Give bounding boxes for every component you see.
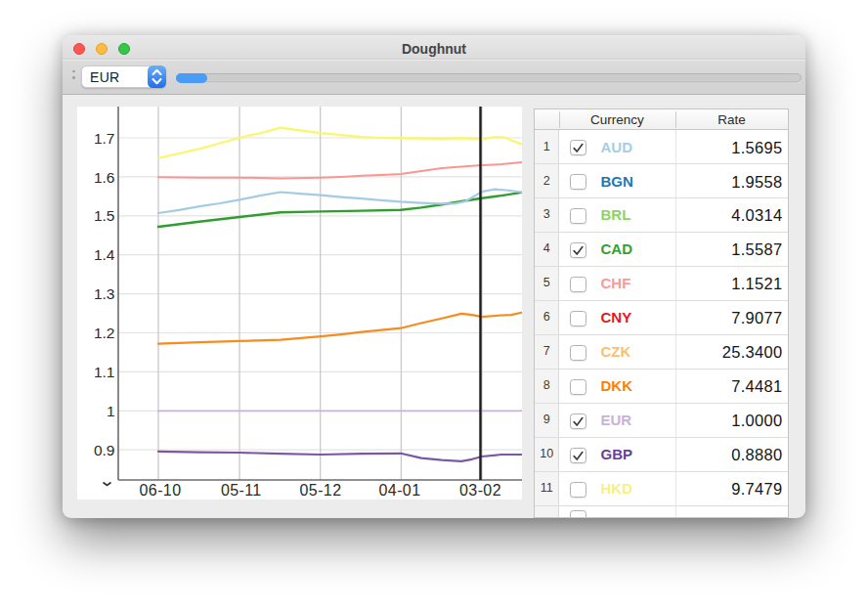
svg-text:05-12: 05-12 — [300, 482, 342, 499]
svg-text:1.4: 1.4 — [94, 246, 115, 263]
svg-text:1: 1 — [107, 403, 115, 419]
svg-text:1.6: 1.6 — [94, 169, 115, 186]
svg-text:03-02: 03-02 — [459, 482, 501, 499]
svg-text:0.9: 0.9 — [94, 442, 115, 458]
svg-text:1.7: 1.7 — [94, 130, 115, 147]
svg-text:1.2: 1.2 — [94, 325, 115, 341]
svg-text:1.3: 1.3 — [94, 285, 115, 302]
svg-text:1.1: 1.1 — [94, 364, 115, 380]
svg-text:05-11: 05-11 — [221, 482, 262, 499]
svg-text:04-01: 04-01 — [379, 482, 421, 499]
svg-text:1.5: 1.5 — [94, 207, 115, 224]
svg-text:06-10: 06-10 — [140, 482, 182, 499]
